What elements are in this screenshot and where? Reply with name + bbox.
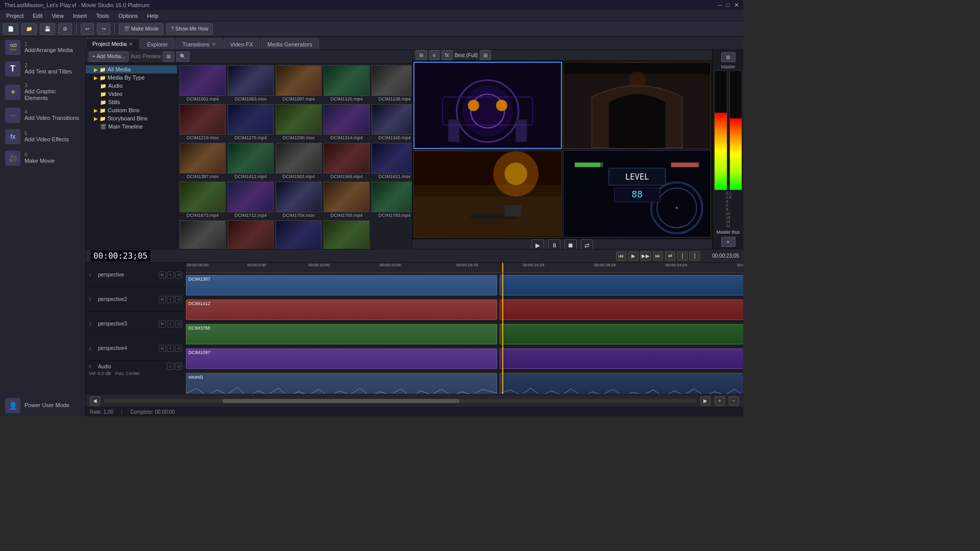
track-solo-btn-audio[interactable]: ◁ — [175, 363, 182, 370]
tl-zoom-out[interactable]: − — [729, 396, 739, 406]
search-button[interactable]: 🔍 — [176, 52, 189, 62]
media-thumb-13[interactable]: DCIM1503.mp4 — [276, 143, 322, 180]
timeline-btn1[interactable]: ⏮ — [616, 252, 626, 261]
pause-button[interactable]: ⏸ — [548, 239, 560, 249]
media-thumb-18[interactable]: DCIM1754.mov — [276, 182, 322, 218]
media-thumb-16[interactable]: DCIM1673.mp4 — [180, 182, 226, 218]
menu-edit[interactable]: Edit — [29, 12, 46, 20]
preview-zoom-button[interactable]: ⊞ — [480, 50, 491, 60]
tab-transitions-close[interactable]: ✕ — [212, 41, 216, 47]
timeline-play-btn[interactable]: ▶ — [628, 252, 639, 261]
vu-settings-button[interactable]: ⚙ — [721, 52, 736, 62]
tab-explorer[interactable]: Explorer — [140, 38, 175, 49]
settings-button[interactable]: ⚙ — [58, 23, 72, 35]
media-thumb-14[interactable]: DCIM1566.mp4 — [324, 143, 370, 180]
make-movie-button[interactable]: 🎬 Make Movie — [119, 23, 163, 35]
clip-dcim1097-b[interactable] — [500, 348, 743, 369]
clip-dcim1412[interactable]: DCIM1412 — [186, 299, 497, 320]
media-thumb-21[interactable] — [180, 220, 226, 249]
tree-item-audio[interactable]: 📁 Audio — [86, 82, 177, 90]
media-thumb-15[interactable]: DCIM1621.mov — [372, 143, 412, 180]
media-thumb-11[interactable]: DCIM1387.mov — [180, 143, 226, 180]
loop-button[interactable]: ⇄ — [581, 239, 593, 249]
titlebar-controls[interactable]: ─ □ ✕ — [718, 2, 739, 9]
media-thumb-6[interactable]: DCIM1219.mov — [180, 104, 226, 141]
view-toggle-button[interactable]: ⊞ — [163, 52, 174, 62]
show-me-how-button[interactable]: ? Show Me How — [166, 23, 213, 35]
media-thumb-24[interactable] — [324, 220, 370, 249]
menu-project[interactable]: Project — [2, 12, 28, 20]
menu-tools[interactable]: Tools — [92, 12, 113, 20]
tl-zoom-in[interactable]: + — [715, 396, 725, 406]
media-thumb-19[interactable]: DCIM1765.mp4 — [324, 182, 370, 218]
track-fx-btn-1[interactable]: fx — [159, 271, 166, 279]
sidebar-item-make-movie[interactable]: 🎥 6 Make Movie — [0, 147, 85, 169]
track-mute-btn-3[interactable]: ○ — [167, 320, 174, 328]
clip-dcim1387[interactable]: DCIM1387 — [186, 275, 497, 295]
media-thumb-5[interactable]: DCIM1138.mp4 — [372, 65, 412, 102]
tree-item-stills[interactable]: 📁 Stills — [86, 98, 177, 106]
media-thumb-3[interactable]: DCIM1097.mp4 — [276, 65, 322, 102]
track-solo-btn-1[interactable]: ◁ — [175, 271, 182, 279]
sidebar-item-video-transitions[interactable]: ↔ 4 Add Video Transitions — [0, 105, 85, 126]
preview-quality-button[interactable]: fx — [442, 50, 453, 60]
track-solo-btn-3[interactable]: ◁ — [175, 320, 182, 328]
new-project-button[interactable]: 📄 — [3, 23, 18, 35]
timeline-btn4[interactable]: ⏭ — [653, 252, 663, 261]
preview-settings-button[interactable]: ⚙ — [415, 50, 427, 60]
menu-view[interactable]: View — [47, 12, 68, 20]
media-thumb-2[interactable]: DCIM1063.mov — [228, 65, 274, 102]
media-thumb-22[interactable] — [228, 220, 274, 249]
sidebar-item-video-effects[interactable]: fx 5 Add Video Effects — [0, 126, 85, 147]
track-fx-btn-2[interactable]: fx — [159, 296, 166, 303]
media-thumb-10[interactable]: DCIM1345.mp4 — [372, 104, 412, 141]
tree-item-main-timeline[interactable]: 🎬 Main Timeline — [86, 122, 177, 131]
preview-cell-top-right[interactable] — [563, 62, 712, 149]
redo-button[interactable]: ↪ — [97, 23, 110, 35]
track-mute-btn-4[interactable]: ○ — [167, 345, 174, 352]
tab-transitions[interactable]: Transitions ✕ — [176, 38, 222, 49]
track-mute-btn-audio[interactable]: ○ — [167, 363, 174, 370]
tree-item-storyboard-bins[interactable]: ▶ 📁 Storyboard Bins — [86, 114, 177, 122]
tab-video-fx[interactable]: Video FX — [224, 38, 260, 49]
timeline-scrollbar[interactable] — [104, 399, 696, 403]
tab-project-media[interactable]: Project Media ✕ — [86, 38, 139, 49]
track-solo-btn-4[interactable]: ◁ — [175, 345, 182, 352]
minimize-button[interactable]: ─ — [718, 2, 722, 9]
sidebar-item-text-titles[interactable]: T 2 Add Text and Titles — [0, 58, 85, 80]
add-media-button[interactable]: + Add Media... — [89, 52, 129, 62]
track-fx-btn-4[interactable]: fx — [159, 345, 166, 352]
sidebar-item-power-user[interactable]: 👤 Power User Mode — [0, 395, 85, 416]
timeline-content[interactable]: 00:00:00:00 00:00:5:00 00:00:10:00 00:00… — [186, 263, 743, 394]
media-thumb-20[interactable]: DCIM1783.mp4 — [372, 182, 412, 218]
play-button[interactable]: ▶ — [532, 239, 544, 249]
preview-cell-bottom-left[interactable] — [413, 150, 562, 237]
tab-project-media-close[interactable]: ✕ — [129, 41, 133, 47]
media-thumb-12[interactable]: DCIM1412.mp4 — [228, 143, 274, 180]
tree-item-media-by-type[interactable]: ▶ 📁 Media By Type — [86, 73, 177, 82]
track-fx-btn-3[interactable]: fx — [159, 320, 166, 328]
tab-media-generators[interactable]: Media Generators — [261, 38, 319, 49]
clip-dcim1412-b[interactable] — [500, 299, 743, 320]
menu-help[interactable]: Help — [143, 12, 163, 20]
track-mute-btn-1[interactable]: ○ — [167, 271, 174, 279]
stop-button[interactable]: ⏹ — [565, 239, 577, 249]
timeline-loop-btn[interactable]: ⇄ — [665, 252, 675, 261]
clip-dcim1387-b[interactable] — [500, 275, 743, 295]
clip-sound1-b[interactable] — [500, 373, 743, 394]
sidebar-item-graphic-elements[interactable]: ✦ 3 Add Graphic Elements — [0, 80, 85, 105]
clip-dcim3768-b[interactable] — [500, 324, 743, 344]
media-thumb-7[interactable]: DCIM1275.mp4 — [228, 104, 274, 141]
save-project-button[interactable]: 💾 — [40, 23, 55, 35]
media-thumb-8[interactable]: DCIM1290.mov — [276, 104, 322, 141]
tl-scroll-right[interactable]: ▶ — [700, 396, 710, 406]
clip-dcim1097[interactable]: DCIM1097 — [186, 348, 497, 369]
tree-item-video[interactable]: 📁 Video — [86, 90, 177, 98]
tree-item-all-media[interactable]: ▶ 📁 All Media — [86, 65, 177, 73]
menu-options[interactable]: Options — [114, 12, 142, 20]
undo-button[interactable]: ↩ — [81, 23, 94, 35]
menu-insert[interactable]: Insert — [69, 12, 91, 20]
media-thumb-9[interactable]: DCIM1314.mp4 — [324, 104, 370, 141]
track-mute-btn-2[interactable]: ○ — [167, 296, 174, 303]
track-solo-btn-2[interactable]: ◁ — [175, 296, 182, 303]
